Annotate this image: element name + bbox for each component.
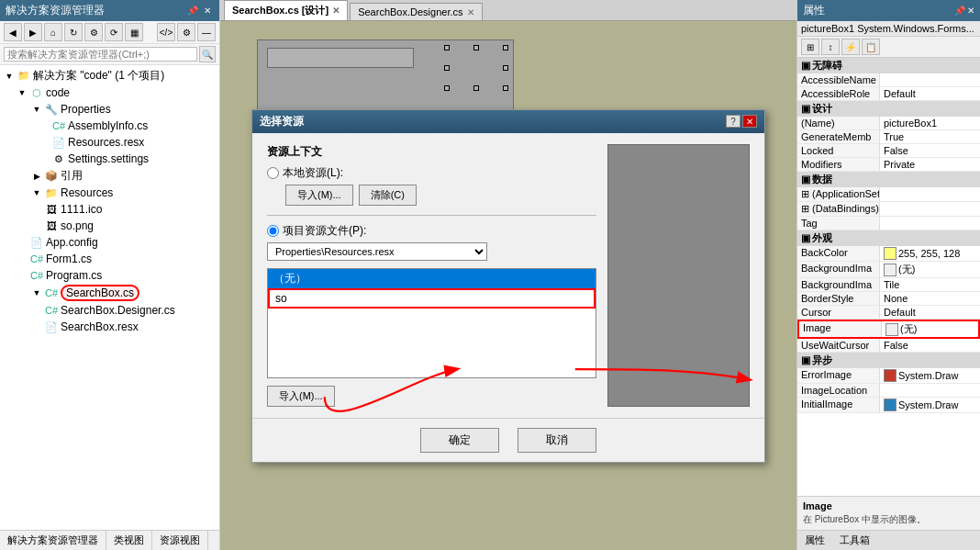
import-local-btn[interactable]: 导入(M)... bbox=[285, 185, 353, 206]
tree-view: ▼ 📁 解决方案 "code" (1 个项目) ▼ ⬡ code ▼ 🔧 Pro… bbox=[0, 65, 219, 530]
row-initialimage: InitialImage System.Draw bbox=[797, 398, 980, 413]
back-btn[interactable]: ◀ bbox=[4, 23, 22, 41]
solution-item[interactable]: ▼ 📁 解决方案 "code" (1 个项目) bbox=[0, 67, 219, 84]
tree-item-assemblyinfo[interactable]: C# AssemblyInfo.cs bbox=[0, 118, 219, 134]
dialog-titlebar: 选择资源 ? ✕ bbox=[252, 110, 764, 133]
close-icon[interactable]: ✕ bbox=[201, 5, 214, 17]
tree-item-properties[interactable]: ▼ 🔧 Properties bbox=[0, 101, 219, 118]
resource-item-so[interactable]: so bbox=[268, 288, 596, 309]
project-item-code[interactable]: ▼ ⬡ code bbox=[0, 84, 219, 101]
props-tab-properties[interactable]: 属性 bbox=[797, 531, 832, 550]
filter-btn[interactable]: ▦ bbox=[125, 23, 143, 41]
props-close-icon[interactable]: ✕ bbox=[967, 6, 974, 16]
props-prop-btn[interactable]: 📋 bbox=[862, 39, 880, 55]
import-btn[interactable]: 导入(M)... bbox=[267, 386, 335, 407]
code-view-btn[interactable]: </> bbox=[157, 23, 175, 41]
tab-solution-explorer[interactable]: 解决方案资源管理器 bbox=[0, 531, 106, 550]
tree-item-searchbox[interactable]: ▼ C# SearchBox.cs bbox=[0, 284, 219, 302]
tree-item-program[interactable]: C# Program.cs bbox=[0, 267, 219, 284]
resource-file-dropdown[interactable]: Properties\Resources.resx bbox=[267, 242, 487, 261]
dialog-close-btn[interactable]: ✕ bbox=[742, 115, 757, 128]
row-name: (Name) pictureBox1 bbox=[797, 117, 980, 130]
section-appearance[interactable]: ▣ 外观 bbox=[797, 230, 980, 246]
tab-resource-view[interactable]: 资源视图 bbox=[152, 531, 208, 550]
tab-designer-close[interactable]: ✕ bbox=[467, 7, 474, 17]
cs-icon: C# bbox=[51, 118, 66, 133]
dialog-help-btn[interactable]: ? bbox=[726, 115, 741, 128]
props-tab-toolbox[interactable]: 工具箱 bbox=[832, 531, 877, 550]
resource-preview bbox=[607, 144, 750, 407]
pin-icon[interactable]: 📌 bbox=[186, 5, 199, 17]
section-data[interactable]: ▣ 数据 bbox=[797, 172, 980, 187]
tree-item-searchbox-designer[interactable]: C# SearchBox.Designer.cs bbox=[0, 302, 219, 319]
tree-item-ref[interactable]: ▶ 📦 引用 bbox=[0, 167, 219, 185]
props-toolbar: ⊞ ↕ ⚡ 📋 bbox=[797, 37, 980, 58]
settings-btn[interactable]: ⚙ bbox=[177, 23, 195, 41]
row-bgimage-layout: BackgroundIma Tile bbox=[797, 278, 980, 292]
tree-item-searchbox-resx[interactable]: 📄 SearchBox.resx bbox=[0, 319, 219, 335]
resource-list: （无） so bbox=[267, 268, 596, 378]
search-button[interactable]: 🔍 bbox=[199, 46, 216, 62]
tree-item-ico[interactable]: 🖼 1111.ico bbox=[0, 201, 219, 218]
ref-label: 引用 bbox=[61, 168, 83, 184]
locked-value: False bbox=[880, 144, 980, 157]
tree-item-appconfig[interactable]: 📄 App.config bbox=[0, 234, 219, 251]
accessible-role-label: AccessibleRole bbox=[797, 87, 880, 100]
clear-btn[interactable]: 清除(C) bbox=[359, 185, 417, 206]
ico-label: 1111.ico bbox=[61, 203, 102, 216]
usewaitcursor-label: UseWaitCursor bbox=[797, 339, 880, 352]
tree-item-so[interactable]: 🖼 so.png bbox=[0, 218, 219, 234]
tab-searchbox-designer-label: SearchBox.Designer.cs bbox=[358, 6, 462, 17]
assemblyinfo-label: AssemblyInfo.cs bbox=[68, 119, 148, 132]
section-async[interactable]: ▣ 异步 bbox=[797, 353, 980, 368]
import-btn-row: 导入(M)... bbox=[267, 386, 596, 407]
tab-class-view[interactable]: 类视图 bbox=[106, 531, 152, 550]
section-data-label: 数据 bbox=[812, 173, 832, 186]
tree-item-resources-folder[interactable]: ▼ 📁 Resources bbox=[0, 185, 219, 201]
section-design[interactable]: ▣ 设计 bbox=[797, 101, 980, 117]
dialog-left: 资源上下文 本地资源(L): 导入(M)... 清除(C) bbox=[267, 144, 596, 407]
project-resource-radio[interactable] bbox=[267, 225, 279, 237]
row-tag: Tag bbox=[797, 217, 980, 230]
props-event-btn[interactable]: ⚡ bbox=[841, 39, 860, 55]
local-resource-radio[interactable] bbox=[267, 167, 279, 179]
home-btn[interactable]: ⌂ bbox=[44, 23, 62, 41]
dialog-content: 资源上下文 本地资源(L): 导入(M)... 清除(C) bbox=[252, 133, 764, 418]
sd-icon: C# bbox=[44, 303, 59, 318]
props-grid-btn[interactable]: ⊞ bbox=[801, 39, 819, 55]
sync-btn[interactable]: ↻ bbox=[64, 23, 83, 41]
section-design-expand: ▣ bbox=[801, 103, 810, 115]
name-label: (Name) bbox=[797, 117, 880, 129]
confirm-btn[interactable]: 确定 bbox=[420, 428, 499, 453]
bgimage-value: (无) bbox=[880, 262, 980, 277]
row-backcolor: BackColor 255, 255, 128 bbox=[797, 246, 980, 262]
code-expand: ▼ bbox=[15, 88, 29, 97]
program-label: Program.cs bbox=[46, 269, 102, 282]
tree-item-settings[interactable]: ⚙ Settings.settings bbox=[0, 151, 219, 167]
accessible-name-label: AccessibleName bbox=[797, 73, 880, 86]
props-btn[interactable]: ⚙ bbox=[84, 23, 103, 41]
tab-searchbox-designer[interactable]: SearchBox.Designer.cs ✕ bbox=[350, 3, 482, 20]
props-pin-icon[interactable]: 📌 bbox=[954, 6, 965, 16]
tab-searchbox-design[interactable]: SearchBox.cs [设计] ✕ bbox=[224, 0, 348, 20]
forward-btn[interactable]: ▶ bbox=[24, 23, 42, 41]
name-value: pictureBox1 bbox=[880, 117, 980, 129]
row-databindings: ⊞ (DataBindings) bbox=[797, 202, 980, 217]
section-appearance-label: 外观 bbox=[812, 231, 832, 245]
solution-icon: 📁 bbox=[17, 69, 31, 84]
props-sort-btn[interactable]: ↕ bbox=[821, 39, 840, 55]
tab-searchbox-close[interactable]: ✕ bbox=[332, 6, 340, 16]
cancel-btn[interactable]: 取消 bbox=[518, 428, 596, 453]
search-input[interactable] bbox=[4, 47, 197, 62]
resource-item-none[interactable]: （无） bbox=[268, 269, 596, 288]
cursor-label: Cursor bbox=[797, 306, 880, 319]
cursor-value: Default bbox=[880, 306, 980, 319]
section-accessibility[interactable]: ▣ 无障碍 bbox=[797, 58, 980, 73]
tree-item-form1[interactable]: C# Form1.cs bbox=[0, 251, 219, 267]
tree-item-resources-resx[interactable]: 📄 Resources.resx bbox=[0, 134, 219, 151]
folder-icon: 📁 bbox=[44, 185, 59, 200]
dash-btn[interactable]: — bbox=[197, 23, 216, 41]
imagelocation-value bbox=[880, 384, 980, 397]
refresh-btn[interactable]: ⟳ bbox=[105, 23, 123, 41]
solution-explorer-toolbar: ◀ ▶ ⌂ ↻ ⚙ ⟳ ▦ </> ⚙ — bbox=[0, 21, 219, 44]
